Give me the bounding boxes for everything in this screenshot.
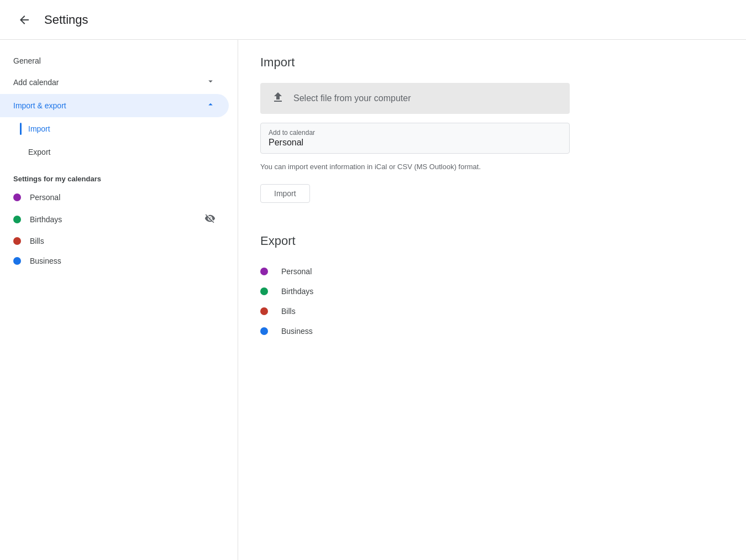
sidebar-item-general[interactable]: General xyxy=(0,51,229,71)
bills-cal-name: Bills xyxy=(30,237,44,245)
sidebar-sub-items: Import Export xyxy=(0,117,238,164)
import-section-title: Import xyxy=(260,55,724,70)
chevron-up-icon xyxy=(206,100,216,112)
export-calendar-business: Business xyxy=(260,321,724,341)
page-title: Settings xyxy=(44,13,88,27)
content-area: General Add calendar Import & export xyxy=(0,40,746,560)
export-section: Export Personal Birthdays Bills Business xyxy=(260,234,724,341)
sidebar-general-label: General xyxy=(13,56,41,65)
upload-icon xyxy=(271,91,285,106)
import-info-text: You can import event information in iCal… xyxy=(260,163,570,171)
export-bills-name: Bills xyxy=(281,307,296,316)
export-personal-name: Personal xyxy=(281,267,312,276)
sidebar-calendar-birthdays[interactable]: Birthdays xyxy=(0,207,229,231)
import-button-label: Import xyxy=(274,189,296,198)
export-business-dot xyxy=(260,327,268,335)
export-birthdays-name: Birthdays xyxy=(281,287,313,296)
settings-for-calendars-heading: Settings for my calendars xyxy=(0,164,238,187)
import-action-button[interactable]: Import xyxy=(260,184,310,203)
add-to-calendar-value: Personal xyxy=(269,138,561,148)
hidden-eye-icon xyxy=(204,213,216,226)
export-calendar-bills: Bills xyxy=(260,301,724,321)
sidebar-item-import[interactable]: Import xyxy=(0,117,229,140)
export-calendar-personal: Personal xyxy=(260,261,724,281)
business-cal-name: Business xyxy=(30,257,61,265)
main-content: Import Select file from your computer Ad… xyxy=(238,40,746,560)
personal-cal-name: Personal xyxy=(30,193,60,202)
add-to-calendar-dropdown[interactable]: Add to calendar Personal xyxy=(260,123,570,154)
sidebar-item-import-export[interactable]: Import & export xyxy=(0,94,229,117)
business-color-dot xyxy=(13,257,21,265)
export-bills-dot xyxy=(260,307,268,315)
header: Settings xyxy=(0,0,746,40)
import-section: Import Select file from your computer Ad… xyxy=(260,55,724,229)
sidebar-item-export[interactable]: Export xyxy=(0,140,229,164)
add-to-calendar-label: Add to calendar xyxy=(269,129,561,137)
birthdays-cal-name: Birthdays xyxy=(30,215,62,224)
bills-color-dot xyxy=(13,237,21,245)
sidebar-import-label: Import xyxy=(28,124,50,133)
sidebar-calendar-business[interactable]: Business xyxy=(0,251,229,271)
sidebar-import-export-label: Import & export xyxy=(13,101,66,110)
select-file-label: Select file from your computer xyxy=(293,93,411,103)
export-personal-dot xyxy=(260,268,268,275)
chevron-down-icon xyxy=(206,76,216,88)
sidebar-add-calendar-label: Add calendar xyxy=(13,78,59,87)
sidebar-export-label: Export xyxy=(28,148,50,156)
sidebar-item-add-calendar[interactable]: Add calendar xyxy=(0,71,229,94)
back-button[interactable] xyxy=(13,9,35,31)
personal-color-dot xyxy=(13,193,21,201)
sidebar: General Add calendar Import & export xyxy=(0,40,238,560)
birthdays-color-dot xyxy=(13,216,21,223)
export-business-name: Business xyxy=(281,327,313,336)
export-calendar-birthdays: Birthdays xyxy=(260,281,724,301)
inactive-spacer xyxy=(20,146,22,158)
select-file-button[interactable]: Select file from your computer xyxy=(260,83,570,114)
sidebar-calendar-personal[interactable]: Personal xyxy=(0,187,229,207)
sidebar-calendar-bills[interactable]: Bills xyxy=(0,231,229,251)
export-birthdays-dot xyxy=(260,287,268,295)
back-icon xyxy=(18,13,31,27)
active-indicator xyxy=(20,123,22,135)
export-section-title: Export xyxy=(260,234,724,248)
